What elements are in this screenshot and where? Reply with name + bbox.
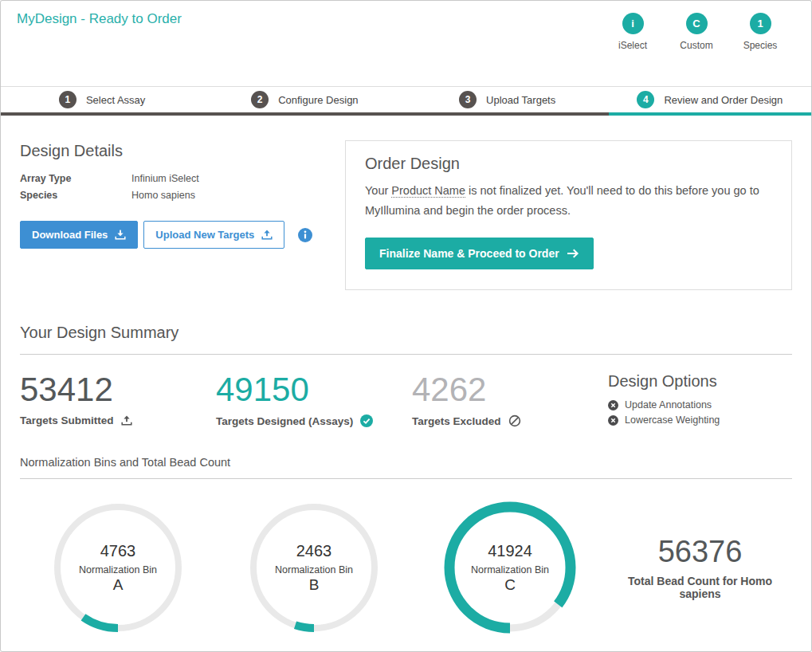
step-configure-design[interactable]: 2 Configure Design [203,87,406,116]
stat-label: Targets Designed (Assays) [216,414,412,427]
step-label: Upload Targets [486,94,555,106]
bin-b-text: 2463 Normalization Bin B [246,500,382,635]
option-label: Lowercase Weighting [625,414,720,426]
design-options-panel: Design Options Update Annotations [608,372,792,427]
bin-a-text: 4763 Normalization Bin A [50,500,186,635]
stat-label-text: Targets Designed (Assays) [216,415,353,427]
normalization-bin-a-card: 4763 Normalization Bin A [50,500,186,635]
circle-x-icon [608,400,618,410]
product-name-term[interactable]: Product Name [391,184,465,198]
bin-letter: C [504,576,516,594]
bin-value: 41924 [488,542,532,560]
order-design-panel: Order Design Your Product Name is not fi… [345,140,792,290]
design-details-panel: Design Details Array Type Infinium iSele… [20,140,326,290]
step-label: Select Assay [86,94,145,106]
badge-custom: C Custom [674,13,719,51]
bin-c-text: 41924 Normalization Bin C [442,500,578,635]
step-number-icon: 4 [637,91,654,108]
stat-label: Targets Excluded [412,414,608,427]
normalization-bins-section: Normalization Bins and Total Bead Count … [20,456,792,635]
step-upload-targets[interactable]: 3 Upload Targets [406,87,609,116]
option-lowercase-weighting: Lowercase Weighting [608,414,792,426]
button-label: Download Files [32,229,108,241]
upload-icon [261,230,273,240]
design-studio-page: MyDesign - Ready to Order i iSelect C Cu… [0,0,812,652]
option-label: Update Annotations [625,399,712,410]
total-bead-count: 56376 Total Bead Count for Homo sapiens [608,500,792,635]
workflow-stepper: 1 Select Assay 2 Configure Design 3 Uplo… [1,86,811,116]
upload-new-targets-button[interactable]: Upload New Targets [143,221,284,249]
check-circle-icon [360,414,373,427]
main-content: Design Details Array Type Infinium iSele… [1,140,811,635]
design-badges: i iSelect C Custom 1 Species [610,13,783,51]
field-array-type: Array Type Infinium iSelect [20,171,326,187]
page-title: MyDesign - Ready to Order [17,11,182,27]
badge-iselect: i iSelect [610,13,655,51]
design-options-list: Update Annotations Lowercase Weighting [608,399,792,426]
bin-letter: B [309,576,320,594]
field-label: Array Type [20,171,131,187]
finalize-and-order-button[interactable]: Finalize Name & Proceed to Order [365,238,594,269]
total-bead-count-value: 56376 [658,535,743,569]
normalization-bin-b-card: 2463 Normalization Bin B [246,500,382,635]
bin-label: Normalization Bin [471,564,549,575]
button-label: Upload New Targets [155,229,254,241]
field-value: Homo sapiens [131,187,195,204]
step-label: Review and Order Design [664,94,783,106]
badge-label: Species [743,40,778,51]
arrow-forward-icon [567,249,579,258]
top-row: Design Details Array Type Infinium iSele… [20,140,792,290]
field-label: Species [20,187,131,204]
design-options-heading: Design Options [608,372,792,391]
field-species: Species Homo sapiens [20,187,326,204]
bin-value: 2463 [296,542,332,560]
circle-x-icon [608,415,618,426]
badge-label: Custom [680,40,712,51]
stat-targets-excluded: 4262 Targets Excluded [412,372,608,427]
stat-value: 53412 [20,372,216,407]
download-files-button[interactable]: Download Files [20,221,138,249]
badge-label: iSelect [618,40,647,51]
stat-label-text: Targets Submitted [20,414,114,426]
design-summary-section: Your Design Summary 53412 Targets Submit… [20,324,792,427]
button-label: Finalize Name & Proceed to Order [379,247,559,260]
badge-species: 1 Species [738,13,783,51]
stat-value: 49150 [216,372,412,407]
divider [20,354,792,355]
step-select-assay[interactable]: 1 Select Assay [1,87,203,116]
divider [20,478,792,479]
bin-letter: A [113,576,124,594]
order-design-message: Your Product Name is not finalized yet. … [365,181,772,220]
custom-badge-icon: C [686,13,708,34]
bins-row: 4763 Normalization Bin A 2463 Normalizat… [20,500,792,635]
design-details-actions: Download Files Upload New Targets [20,221,326,249]
order-design-heading: Order Design [365,155,772,173]
bins-heading: Normalization Bins and Total Bead Count [20,456,792,469]
upload-info-button[interactable] [298,228,312,242]
bin-label: Normalization Bin [79,564,157,575]
option-update-annotations: Update Annotations [608,399,792,410]
stat-label: Targets Submitted [20,414,216,426]
species-badge-icon: 1 [750,13,771,34]
step-review-and-order-design[interactable]: 4 Review and Order Design [609,87,811,116]
stat-targets-submitted: 53412 Targets Submitted [20,372,216,427]
normalization-bin-c-card: 41924 Normalization Bin C [442,500,578,635]
upload-icon [121,415,132,426]
bin-value: 4763 [100,542,136,560]
excluded-ban-icon [508,414,521,427]
bin-label: Normalization Bin [275,564,353,575]
message-text: Your [365,184,391,197]
stat-label-text: Targets Excluded [412,415,501,427]
step-number-icon: 3 [459,91,477,108]
design-details-heading: Design Details [20,142,326,160]
stat-targets-designed: 49150 Targets Designed (Assays) [216,372,412,427]
info-icon [298,228,312,242]
field-value: Infinium iSelect [131,171,199,187]
design-details-fields: Array Type Infinium iSelect Species Homo… [20,171,326,203]
iselect-badge-icon: i [622,13,644,34]
design-summary-heading: Your Design Summary [20,324,792,342]
step-number-icon: 2 [251,91,269,108]
total-bead-count-label: Total Bead Count for Homo sapiens [608,575,792,600]
stat-value: 4262 [412,372,608,407]
step-label: Configure Design [278,94,358,106]
